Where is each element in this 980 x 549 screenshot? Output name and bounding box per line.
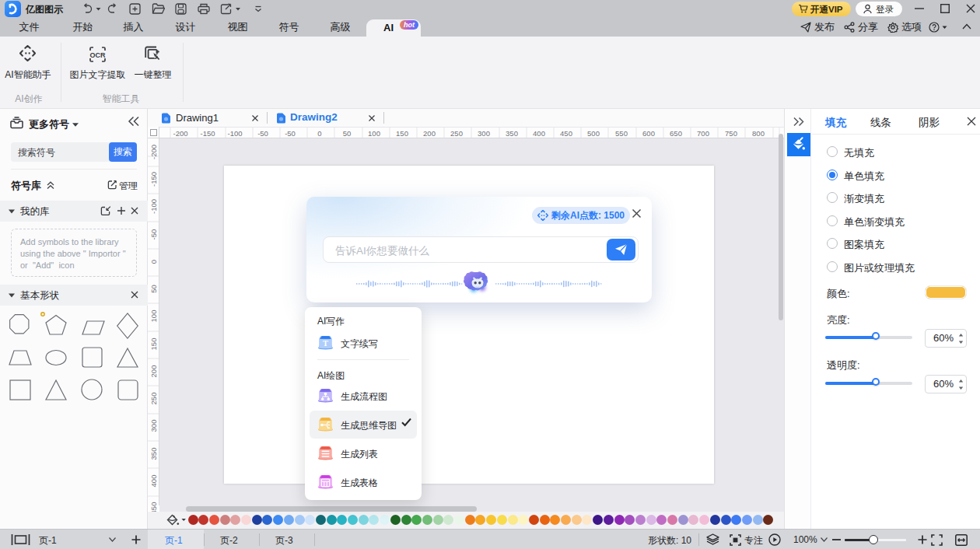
svg-text:T: T xyxy=(323,339,328,348)
svg-text:OCR: OCR xyxy=(90,51,107,59)
